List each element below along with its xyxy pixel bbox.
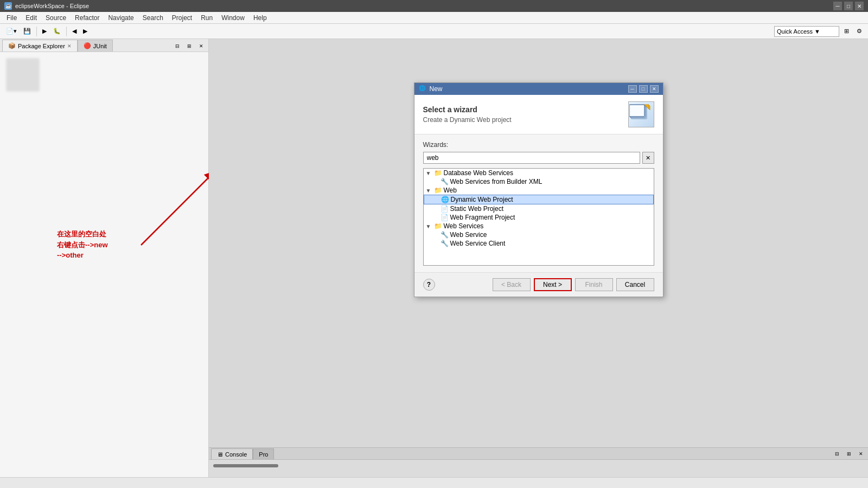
toggle-web-service [432,232,439,238]
menu-run[interactable]: Run [196,13,217,23]
toggle-dynamic [433,197,439,203]
folder-icon-database: 📁 [434,169,442,177]
dialog-footer: ? < Back Next > Finish Cancel [414,272,663,297]
window-title: eclipseWorkSpace - Eclipse [15,3,89,9]
tab-junit[interactable]: 🔴 JUnit [78,40,113,52]
dialog-title: New [430,85,443,93]
menu-file[interactable]: File [2,13,21,23]
dialog-buttons: < Back Next > Finish Cancel [493,278,654,291]
next-button[interactable]: Next > [534,278,572,291]
tree-node-web-service-client[interactable]: 🔧 Web Service Client [424,239,654,248]
search-row: ✕ [423,152,654,164]
app-icon: ☕ [4,2,12,10]
wizard-tree[interactable]: ▼ 📁 Database Web Services 🔧 Web Services… [423,168,654,266]
item-icon-web-service-client: 🔧 [441,240,449,247]
tree-label-web-fragment-project: Web Fragment Project [450,214,515,221]
menu-edit[interactable]: Edit [21,13,41,23]
toolbar: 📄▾ 💾 ▶ 🐛 ◀ ▶ Quick Access ▼ ⊞ ⚙ [0,24,868,39]
item-icon-fragment: 📄 [441,214,449,221]
tree-label-builder-xml: Web Services from Builder XML [450,178,542,185]
panel-tab-bar: 📦 Package Explorer ✕ 🔴 JUnit ⊟ ⊞ ✕ [0,39,208,52]
annotation-line3: -->other [57,250,108,261]
menu-navigate[interactable]: Navigate [104,13,138,23]
back-button[interactable]: < Back [493,278,531,291]
new-dialog: 🌐 New ─ □ ✕ Select a wizard Create a Dyn… [414,82,663,297]
toggle-fragment [432,215,439,221]
item-icon-builder: 🔧 [441,178,449,185]
dialog-header: Select a wizard Create a Dynamic Web pro… [414,95,663,134]
wizards-label: Wizards: [423,141,654,149]
tab-junit-icon: 🔴 [84,42,91,49]
svg-rect-5 [629,105,644,117]
perspective-button[interactable]: ⊞ [841,26,852,36]
tab-package-explorer[interactable]: 📦 Package Explorer ✕ [2,40,78,52]
minimize-button[interactable]: ─ [833,2,842,10]
toggle-database-web-services[interactable]: ▼ [426,170,432,176]
item-icon-dynamic: 🌐 [441,196,449,203]
tree-label-static-web-project: Static Web Project [450,205,503,213]
panel-maximize-button[interactable]: ⊞ [184,42,194,50]
menu-project[interactable]: Project [168,13,196,23]
menu-window[interactable]: Window [217,13,249,23]
tree-node-web-services[interactable]: ▼ 📁 Web Services [424,222,654,230]
annotation-text: 在这里的空白处 右键点击-->new -->other [57,229,108,261]
new-button[interactable]: 📄▾ [3,26,20,36]
panel-minimize-button[interactable]: ⊟ [173,42,182,50]
settings-button[interactable]: ⚙ [854,26,865,36]
maximize-button[interactable]: □ [844,2,853,10]
tree-label-web-service: Web Service [450,231,487,239]
back-nav-button[interactable]: ◀ [69,26,79,36]
tree-node-database-web-services[interactable]: ▼ 📁 Database Web Services [424,169,654,177]
tree-node-static-web-project[interactable]: 📄 Static Web Project [424,204,654,213]
item-icon-web-service: 🔧 [441,231,449,239]
tree-node-web-fragment-project[interactable]: 📄 Web Fragment Project [424,213,654,222]
tree-node-web[interactable]: ▼ 📁 Web [424,186,654,195]
menu-search[interactable]: Search [138,13,168,23]
panel-close-button[interactable]: ✕ [196,42,206,50]
search-clear-button[interactable]: ✕ [642,152,654,164]
menu-bar: File Edit Source Refactor Navigate Searc… [0,12,868,24]
toggle-web-services[interactable]: ▼ [426,223,432,229]
finish-button[interactable]: Finish [575,278,613,291]
help-button[interactable]: ? [423,279,435,291]
toolbar-sep-1 [36,27,37,36]
tree-node-web-service[interactable]: 🔧 Web Service [424,230,654,239]
close-button[interactable]: ✕ [855,2,864,10]
tree-label-web-services: Web Services [444,222,484,230]
forward-nav-button[interactable]: ▶ [80,26,90,36]
debug-button[interactable]: 🐛 [50,26,63,36]
tab-package-explorer-close[interactable]: ✕ [67,43,72,49]
folder-icon-web-services: 📁 [434,222,442,230]
tree-node-web-services-builder-xml[interactable]: 🔧 Web Services from Builder XML [424,177,654,186]
menu-help[interactable]: Help [249,13,271,23]
toggle-builder [432,179,439,185]
tree-label-dynamic-web-project: Dynamic Web Project [451,196,513,203]
tab-package-explorer-label: 📦 [8,42,16,49]
dialog-icon: 🌐 [419,85,426,93]
right-panel: 🖥 Console Pro ⊟ ⊞ ✕ [209,39,868,477]
toggle-web-service-client [432,241,439,247]
run-button[interactable]: ▶ [40,26,49,36]
annotation-line2: 右键点击-->new [57,240,108,251]
toggle-static [432,206,439,212]
tree-label-database-web-services: Database Web Services [444,169,514,177]
tab-junit-text: JUnit [93,43,107,49]
status-bar [0,477,868,488]
menu-source[interactable]: Source [41,13,71,23]
arrow-annotation [33,93,195,247]
dialog-body: Wizards: ✕ ▼ 📁 Database Web Services [414,134,663,272]
dialog-maximize-button[interactable]: □ [639,85,648,93]
item-icon-static: 📄 [441,205,449,213]
menu-refactor[interactable]: Refactor [71,13,104,23]
wizard-search-input[interactable] [423,152,640,164]
package-explorer-content [0,52,208,98]
blurred-content [7,59,39,91]
save-button[interactable]: 💾 [21,26,34,36]
dialog-header-icon [628,101,654,127]
dialog-close-button[interactable]: ✕ [650,85,659,93]
tree-node-dynamic-web-project[interactable]: 🌐 Dynamic Web Project [424,195,654,204]
cancel-button[interactable]: Cancel [616,278,654,291]
dialog-minimize-button[interactable]: ─ [628,85,637,93]
toggle-web[interactable]: ▼ [426,188,432,194]
quick-access-box[interactable]: Quick Access ▼ [774,26,839,37]
